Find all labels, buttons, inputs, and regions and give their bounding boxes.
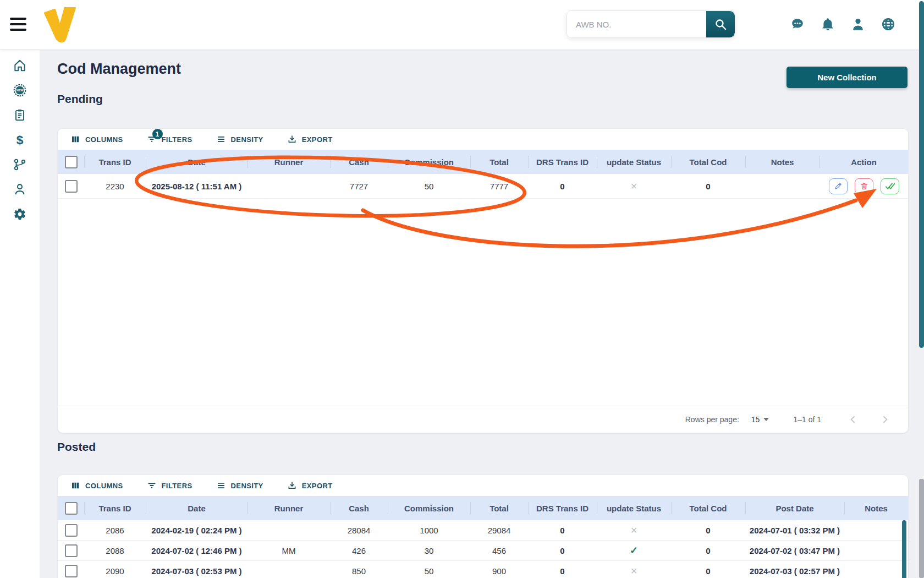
globe-icon [881,17,895,31]
confirm-button[interactable] [881,178,899,194]
cell-post-date: 2024-07-03 ( 02:57 PM ) [745,566,844,576]
notifications-button[interactable] [817,13,839,35]
header-commission[interactable]: Commission [388,150,470,174]
header-notes[interactable]: Notes [745,150,820,174]
sidebar: NEW $ [0,50,40,578]
header-commission[interactable]: Commission [388,496,470,520]
header-total-cod[interactable]: Total Cod [671,496,745,520]
sidebar-item-home[interactable] [0,53,40,78]
brand-v-logo[interactable] [44,7,76,42]
user-icon [851,17,865,31]
search-button[interactable] [706,11,735,37]
header-trans-id[interactable]: Trans ID [84,496,146,520]
row-checkbox[interactable] [65,565,78,577]
cell-drs-trans-id: 0 [528,182,597,191]
posted-grid-scrollbar[interactable] [902,520,906,578]
awb-search [566,10,735,38]
cell-post-date: 2024-07-01 ( 03:32 PM ) [745,526,844,535]
select-all-checkbox[interactable] [65,156,78,168]
cell-trans-id: 2090 [84,566,146,576]
person-icon [13,182,27,197]
header-drs-trans-id[interactable]: DRS Trans ID [528,496,597,520]
export-button[interactable]: EXPORT [283,479,336,492]
rows-per-page-select[interactable]: 15 [751,415,769,424]
header-cash[interactable]: Cash [330,496,388,520]
cell-total-cod: 0 [671,546,745,555]
sidebar-item-finance[interactable]: $ [0,127,40,152]
sidebar-item-orders[interactable] [0,102,40,127]
header-runner[interactable]: Runner [248,496,330,520]
header-date[interactable]: Date [146,150,248,174]
header-total[interactable]: Total [470,496,528,520]
export-icon [287,134,297,144]
chevron-left-icon [848,414,859,425]
cell-trans-id: 2230 [84,182,146,191]
header-trans-id[interactable]: Trans ID [84,150,146,174]
header-date[interactable]: Date [146,496,248,520]
row-checkbox[interactable] [65,180,78,193]
row-checkbox[interactable] [65,544,78,557]
next-page-button[interactable] [876,413,894,426]
columns-icon [70,134,80,144]
cell-cash: 426 [330,546,388,555]
double-check-icon [885,181,895,191]
cell-cash: 28084 [330,526,388,535]
columns-button[interactable]: COLUMNS [67,479,127,492]
chat-button[interactable] [787,13,809,35]
header-cash[interactable]: Cash [330,150,388,174]
secondary-scrollbar-thumb[interactable] [919,479,924,578]
cell-update-status: × [597,565,671,576]
sidebar-item-new[interactable]: NEW [0,78,40,102]
delete-button[interactable] [855,178,873,194]
header-total[interactable]: Total [470,150,528,174]
new-collection-button[interactable]: New Collection [787,67,908,88]
header-drs-trans-id[interactable]: DRS Trans ID [528,150,597,174]
density-button[interactable]: DENSITY [212,133,267,145]
cell-trans-id: 2086 [84,526,146,535]
header-total-cod[interactable]: Total Cod [671,150,745,174]
sidebar-item-customers[interactable] [0,177,40,201]
pending-grid: COLUMNS 1 FILTERS DENSITY EXPORT Trans I… [57,128,909,433]
filters-button[interactable]: FILTERS [143,479,196,492]
header-post-date[interactable]: Post Date [745,496,844,520]
menu-toggle-button[interactable] [10,17,28,32]
cell-commission: 50 [388,182,470,191]
clipboard-icon [13,108,27,122]
language-button[interactable] [877,13,899,35]
header-action: Action [820,150,908,174]
select-all-cell [58,150,84,174]
header-runner[interactable]: Runner [248,150,330,174]
pending-toolbar: COLUMNS 1 FILTERS DENSITY EXPORT [58,129,908,150]
cell-total-cod: 0 [671,526,745,535]
filters-button[interactable]: 1 FILTERS [143,133,196,145]
row-checkbox[interactable] [65,524,78,537]
cell-update-status: × [597,181,671,192]
cell-post-date: 2024-07-02 ( 03:47 PM ) [745,546,844,555]
cell-total-cod: 0 [671,566,745,576]
cell-update-status: ✓ [597,546,671,555]
select-all-checkbox[interactable] [65,502,78,515]
header-update-status[interactable]: update Status [597,496,671,520]
sidebar-item-settings[interactable] [0,201,40,226]
header-notes[interactable]: Notes [844,496,908,520]
profile-button[interactable] [847,13,869,35]
cell-cash: 7727 [330,182,388,191]
edit-button[interactable] [829,178,848,194]
main-scrollbar-thumb[interactable] [919,1,924,348]
search-icon [714,18,727,31]
columns-button[interactable]: COLUMNS [67,133,127,145]
pending-table-row: 2230 2025-08-12 ( 11:51 AM ) 7727 50 777… [58,174,908,199]
sidebar-item-branches[interactable] [0,152,40,177]
svg-text:NEW: NEW [16,89,24,92]
export-button[interactable]: EXPORT [283,133,336,145]
density-button[interactable]: DENSITY [212,479,267,492]
awb-search-input[interactable] [567,11,706,37]
rows-per-page-label: Rows per page: [685,415,739,424]
header-update-status[interactable]: update Status [597,150,671,174]
dollar-icon: $ [13,133,27,147]
previous-page-button[interactable] [844,413,862,426]
caret-down-icon [763,418,769,421]
cell-date: 2024-07-03 ( 02:53 PM ) [146,566,248,576]
chevron-right-icon [879,414,890,425]
cell-total: 29084 [470,526,528,535]
